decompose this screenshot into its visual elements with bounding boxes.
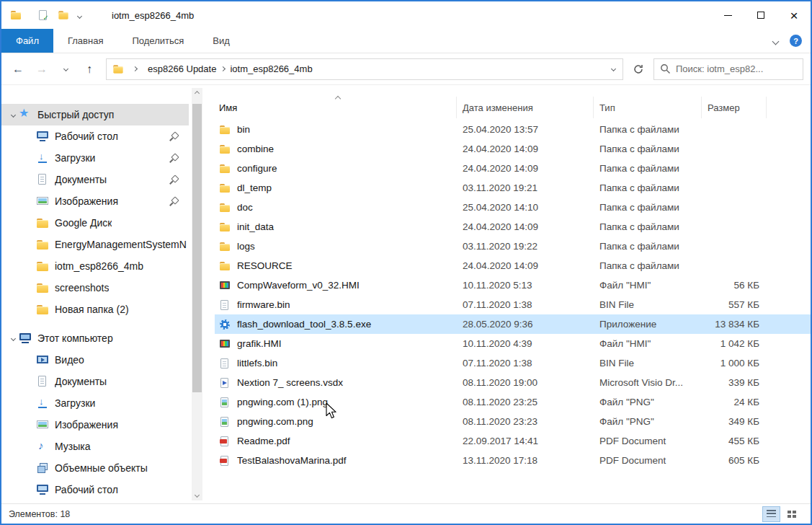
file-row[interactable]: TestBalashovaMarina.pdf13.11.2020 17:18P… xyxy=(215,451,811,470)
address-bar[interactable]: esp8266 Updateiotm_esp8266_4mb xyxy=(106,58,623,80)
sidebar-item[interactable]: Изображения xyxy=(1,190,189,212)
file-row[interactable]: pngwing.com.png08.11.2020 23:23Файл "PNG… xyxy=(215,412,811,431)
minimize-button[interactable] xyxy=(711,1,744,29)
sidebar-item-label: screenshots xyxy=(55,282,109,294)
back-button[interactable] xyxy=(12,61,24,77)
refresh-button[interactable] xyxy=(629,59,648,79)
file-row[interactable]: init_data24.04.2020 14:09Папка с файлами xyxy=(215,217,811,237)
file-name-cell: flash_download_tool_3.8.5.exe xyxy=(215,319,457,330)
sidebar-item[interactable]: Рабочий стол xyxy=(1,479,189,500)
help-icon[interactable]: ? xyxy=(790,35,802,47)
maximize-button[interactable] xyxy=(744,1,777,29)
file-row[interactable]: pngwing.com (1).png08.11.2020 23:25Файл … xyxy=(215,392,811,412)
scrollbar-thumb[interactable] xyxy=(192,104,202,392)
qat-properties-icon[interactable] xyxy=(37,9,49,21)
png-icon xyxy=(219,416,231,428)
address-dropdown-button[interactable] xyxy=(604,59,623,79)
expander-icon[interactable] xyxy=(7,337,19,340)
file-date: 28.05.2020 9:36 xyxy=(457,319,594,330)
file-row[interactable]: flash_download_tool_3.8.5.exe28.05.2020 … xyxy=(215,314,811,334)
file-size: 455 КБ xyxy=(702,436,767,446)
breadcrumb: esp8266 Updateiotm_esp8266_4mb xyxy=(146,63,314,74)
column-header-label: Тип xyxy=(599,102,615,113)
sidebar-item[interactable]: iotm_esp8266_4mb xyxy=(1,255,189,277)
breadcrumb-separator-icon[interactable] xyxy=(218,67,228,71)
details-view-button[interactable] xyxy=(762,506,780,522)
sidebar-item[interactable]: Этот компьютер xyxy=(1,327,189,349)
search-box[interactable] xyxy=(653,58,803,80)
file-name: pngwing.com.png xyxy=(237,416,313,427)
file-name: Nextion 7_ screens.vsdx xyxy=(237,377,343,388)
computer-icon xyxy=(19,332,32,345)
qat-new-folder-icon[interactable] xyxy=(58,9,68,20)
file-row[interactable]: grafik.HMI10.11.2020 4:39Файл "HMI"1 042… xyxy=(215,334,811,353)
column-header-date[interactable]: Дата изменения xyxy=(457,97,594,118)
column-header-size[interactable]: Размер xyxy=(702,97,767,118)
sidebar-item[interactable]: Изображения xyxy=(1,414,189,436)
file-name-cell: grafik.HMI xyxy=(215,338,457,350)
file-name: TestBalashovaMarina.pdf xyxy=(237,455,347,466)
chevron-down-icon xyxy=(610,66,615,71)
sidebar-item[interactable]: Загрузки xyxy=(1,147,189,169)
ribbon-tab-bar: ФайлГлавнаяПоделитьсяВид ? xyxy=(1,29,811,53)
file-row[interactable]: doc25.04.2020 14:10Папка с файлами xyxy=(215,198,811,217)
sidebar-item-label: Изображения xyxy=(55,419,118,431)
up-button[interactable] xyxy=(83,61,96,77)
tab-view[interactable]: Вид xyxy=(198,29,244,53)
file-size: 605 КБ xyxy=(702,455,767,466)
close-button[interactable] xyxy=(777,1,811,29)
file-row[interactable]: combine24.04.2020 14:09Папка с файлами xyxy=(215,139,811,159)
sidebar-item[interactable]: Google Диск xyxy=(1,212,189,234)
tab-share[interactable]: Поделиться xyxy=(117,29,198,53)
column-header-name[interactable]: Имя xyxy=(215,97,457,118)
sidebar-item[interactable]: EnergyManagementSystemN xyxy=(1,234,189,255)
file-name-cell: init_data xyxy=(215,221,457,233)
file-type: Папка с файлами xyxy=(594,124,702,135)
search-input[interactable] xyxy=(676,63,797,74)
file-name: firmware.bin xyxy=(237,299,290,310)
file-row[interactable]: dl_temp03.11.2020 19:21Папка с файлами xyxy=(215,178,811,198)
scroll-down-icon[interactable] xyxy=(192,490,202,500)
sidebar-item[interactable]: Музыка xyxy=(1,436,189,457)
sidebar-item[interactable]: screenshots xyxy=(1,277,189,299)
sidebar-item[interactable]: Быстрый доступ xyxy=(1,104,189,125)
file-row[interactable]: Readme.pdf22.09.2017 14:41PDF Document45… xyxy=(215,431,811,451)
column-header-type[interactable]: Тип xyxy=(594,97,702,118)
ribbon-collapse-button[interactable] xyxy=(773,35,778,46)
file-row[interactable]: firmware.bin07.11.2020 1:38BIN File557 К… xyxy=(215,295,811,314)
qat-customize-chevron-icon[interactable] xyxy=(78,13,81,18)
sidebar-item[interactable]: Документы xyxy=(1,371,189,392)
thumbnails-view-button[interactable] xyxy=(782,506,800,522)
sidebar-item[interactable]: Документы xyxy=(1,169,189,190)
recent-locations-button[interactable] xyxy=(59,61,72,77)
folder-icon xyxy=(36,303,49,316)
bin-icon xyxy=(219,358,231,369)
file-row[interactable]: logs03.11.2020 19:22Папка с файлами xyxy=(215,237,811,256)
forward-button[interactable] xyxy=(35,61,48,77)
sidebar-item[interactable]: Видео xyxy=(1,349,189,371)
items-count: Элементов: 18 xyxy=(9,509,70,519)
sidebar-item[interactable]: Рабочий стол xyxy=(1,125,189,147)
tab-home[interactable]: Главная xyxy=(53,29,117,53)
breadcrumb-item[interactable]: esp8266 Update xyxy=(146,63,218,74)
visio-icon xyxy=(219,377,231,389)
file-row[interactable]: bin25.04.2020 13:57Папка с файлами xyxy=(215,120,811,139)
file-row[interactable]: Nextion 7_ screens.vsdx08.11.2020 19:00M… xyxy=(215,373,811,392)
file-name-cell: pngwing.com.png xyxy=(215,416,457,428)
file-date: 10.11.2020 5:13 xyxy=(457,280,594,291)
sidebar-item[interactable]: Загрузки xyxy=(1,392,189,414)
scroll-up-icon[interactable] xyxy=(192,88,202,99)
column-header-label: Имя xyxy=(219,102,237,113)
sidebar-item[interactable]: Объемные объекты xyxy=(1,457,189,479)
file-name-cell: RESOURCE xyxy=(215,260,457,272)
file-row[interactable]: configure24.04.2020 14:09Папка с файлами xyxy=(215,159,811,178)
expander-icon[interactable] xyxy=(7,113,19,117)
tab-file[interactable]: Файл xyxy=(1,29,53,53)
file-row[interactable]: littlefs.bin07.11.2020 1:38BIN File1 000… xyxy=(215,353,811,373)
sidebar-scrollbar[interactable] xyxy=(192,88,202,500)
file-row[interactable]: RESOURCE24.04.2020 14:09Папка с файлами xyxy=(215,256,811,275)
sidebar-item-label: Быстрый доступ xyxy=(37,109,114,120)
sidebar-item[interactable]: Новая папка (2) xyxy=(1,299,189,320)
file-row[interactable]: CompWaveform_v0_32.HMI10.11.2020 5:13Фай… xyxy=(215,275,811,295)
breadcrumb-item[interactable]: iotm_esp8266_4mb xyxy=(228,63,313,74)
